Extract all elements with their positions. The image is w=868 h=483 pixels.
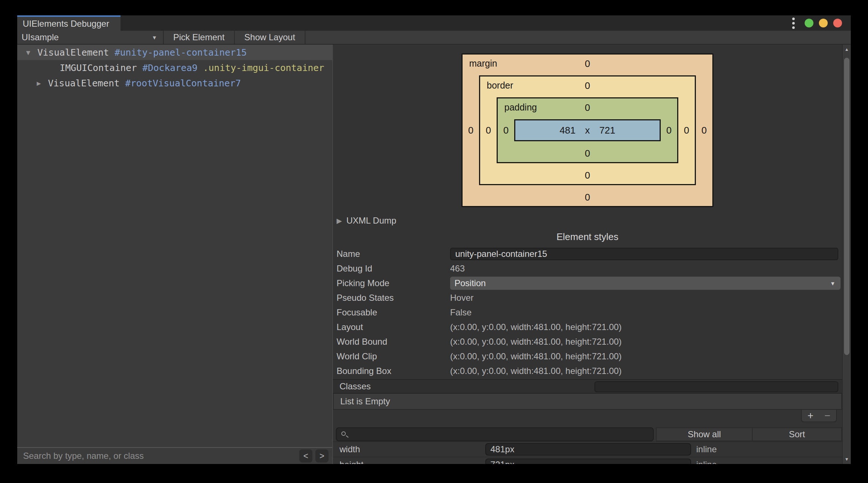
width-value-input[interactable]	[485, 443, 691, 456]
element-id: #unity-panel-container15	[115, 47, 247, 58]
scroll-down-icon[interactable]: ▼	[843, 457, 851, 462]
prop-row-picking-mode: Picking Mode Position ▼	[333, 276, 842, 291]
uielements-debugger-window: UIElements Debugger UIsample ▼ Pick Elem…	[17, 15, 851, 464]
uxml-dump-label: UXML Dump	[346, 216, 396, 226]
hierarchy-panel: ▼ VisualElement #unity-panel-container15…	[17, 45, 333, 464]
show-layout-button[interactable]: Show Layout	[235, 31, 305, 44]
uxml-dump-foldout[interactable]: ▶ UXML Dump	[337, 215, 842, 226]
classes-header: Classes	[333, 379, 842, 394]
padding-bottom-value: 0	[498, 148, 677, 159]
margin-bottom-value: 0	[463, 192, 712, 203]
tree-row[interactable]: IMGUIContainer #Dockarea9 .unity-imgui-c…	[17, 60, 332, 75]
element-id: #Dockarea9	[142, 63, 198, 73]
tab-strip: UIElements Debugger	[17, 15, 851, 31]
prop-value: (x:0.00, y:0.00, width:481.00, height:72…	[450, 351, 622, 362]
kebab-menu-icon[interactable]	[791, 17, 795, 29]
element-type: VisualElement	[37, 47, 109, 58]
prop-value: (x:0.00, y:0.00, width:481.00, height:72…	[450, 322, 622, 332]
prop-value: 463	[450, 263, 465, 274]
height-value-input[interactable]	[485, 458, 691, 464]
border-left-value: 0	[480, 76, 497, 184]
style-search-input[interactable]	[337, 428, 653, 441]
name-field[interactable]	[450, 248, 838, 260]
panel-picker-value: UIsample	[22, 32, 59, 42]
panel-picker-dropdown[interactable]: UIsample ▼	[17, 31, 164, 44]
border-top-value: 0	[480, 80, 695, 91]
list-add-remove-box: + −	[801, 410, 837, 422]
remove-class-button[interactable]: −	[824, 411, 830, 421]
add-class-button[interactable]: +	[808, 411, 813, 421]
margin-left-value: 0	[463, 55, 479, 206]
prop-label: World Clip	[337, 351, 450, 362]
sort-button[interactable]: Sort	[752, 427, 842, 441]
pick-element-button[interactable]: Pick Element	[164, 31, 235, 44]
style-filter-row: Show all Sort	[333, 427, 842, 441]
element-type: IMGUIContainer	[60, 63, 137, 73]
box-model-margin: margin 0 0 0 0 border 0 0 0 0 padding 0 …	[461, 53, 713, 207]
tree-search-bar: < >	[17, 447, 332, 464]
padding-left-value: 0	[498, 98, 514, 162]
picking-mode-dropdown[interactable]: Position ▼	[450, 277, 841, 290]
classes-label: Classes	[340, 381, 371, 392]
inspector-panel: margin 0 0 0 0 border 0 0 0 0 padding 0 …	[333, 45, 851, 464]
prop-value: Hover	[450, 293, 474, 303]
window-control-green[interactable]	[805, 19, 813, 27]
collapsed-arrow-icon: ▶	[337, 217, 342, 225]
expanded-arrow-icon[interactable]: ▼	[23, 48, 33, 56]
style-source-badge: inline	[696, 460, 717, 464]
prop-label: Picking Mode	[337, 278, 450, 288]
empty-list-label: List is Empty	[340, 396, 390, 407]
prop-row-pseudo-states: Pseudo States Hover	[333, 291, 842, 305]
tab-uielements-debugger[interactable]: UIElements Debugger	[17, 15, 120, 31]
prop-row-world-clip: World Clip (x:0.00, y:0.00, width:481.00…	[333, 349, 842, 364]
content-width-value: 481	[560, 125, 575, 136]
border-right-value: 0	[678, 76, 695, 184]
tree-search-input[interactable]	[19, 451, 296, 461]
prop-label: World Bound	[337, 337, 450, 347]
prop-label: Focusable	[337, 307, 450, 318]
scrollbar-thumb[interactable]	[844, 58, 849, 355]
border-bottom-value: 0	[480, 170, 695, 181]
prev-match-button[interactable]: <	[299, 449, 312, 463]
padding-top-value: 0	[498, 102, 677, 113]
chevron-down-icon: ▼	[152, 34, 157, 41]
search-icon	[341, 431, 346, 436]
style-row-width: width inline	[333, 441, 842, 457]
tree-row[interactable]: ▼ VisualElement #unity-panel-container15	[17, 45, 332, 60]
scroll-up-icon[interactable]: ▲	[843, 47, 851, 52]
style-property-name: height	[340, 460, 485, 464]
prop-label: Pseudo States	[337, 293, 450, 303]
box-model-border: border 0 0 0 0 padding 0 0 0 0 481 x	[479, 75, 696, 185]
style-property-name: width	[340, 444, 485, 454]
window-control-red[interactable]	[833, 19, 842, 27]
style-source-badge: inline	[696, 444, 717, 454]
element-type: VisualElement	[48, 78, 120, 89]
classes-input[interactable]	[594, 381, 838, 392]
style-row-height: height inline	[333, 457, 842, 464]
prop-row-world-bound: World Bound (x:0.00, y:0.00, width:481.0…	[333, 334, 842, 349]
show-all-button[interactable]: Show all	[656, 427, 752, 441]
prop-row-bounding-box: Bounding Box (x:0.00, y:0.00, width:481.…	[333, 364, 842, 378]
prop-row-debug-id: Debug Id 463	[333, 261, 842, 276]
margin-top-value: 0	[463, 58, 712, 70]
chevron-down-icon: ▼	[830, 280, 835, 287]
element-class: .unity-imgui-container	[203, 63, 324, 73]
window-control-yellow[interactable]	[819, 19, 828, 27]
element-styles-title: Element styles	[333, 231, 842, 244]
prop-value: (x:0.00, y:0.00, width:481.00, height:72…	[450, 366, 622, 376]
content-height-value: 721	[600, 125, 615, 136]
vertical-scrollbar[interactable]: ▲ ▼	[842, 45, 851, 464]
next-match-button[interactable]: >	[315, 449, 329, 463]
prop-value: False	[450, 307, 472, 318]
collapsed-arrow-icon[interactable]: ▶	[34, 79, 44, 87]
classes-list-footer: + −	[333, 410, 842, 425]
box-model-padding: padding 0 0 0 0 481 x 721	[497, 97, 678, 163]
tree-row[interactable]: ▶ VisualElement #rootVisualContainer7	[17, 75, 332, 91]
toolbar: UIsample ▼ Pick Element Show Layout	[17, 31, 851, 45]
classes-empty-list: List is Empty	[333, 394, 842, 410]
prop-row-layout: Layout (x:0.00, y:0.00, width:481.00, he…	[333, 320, 842, 334]
element-id: #rootVisualContainer7	[125, 78, 241, 89]
content-separator: x	[585, 125, 590, 136]
prop-row-name: Name	[333, 247, 842, 261]
prop-label: Bounding Box	[337, 366, 450, 376]
